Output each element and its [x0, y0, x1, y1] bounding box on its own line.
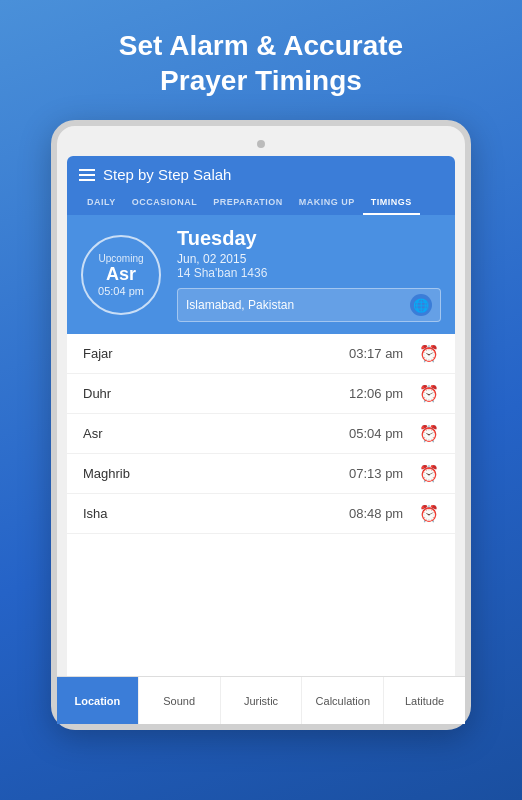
alarm-icon[interactable]: ⏰	[419, 384, 439, 403]
upcoming-prayer-time: 05:04 pm	[98, 285, 144, 297]
app-container: Step by Step Salah DAILY OCCASIONAL PREP…	[67, 156, 455, 714]
bottom-tab-location[interactable]: Location	[57, 677, 139, 724]
alarm-icon[interactable]: ⏰	[419, 504, 439, 523]
app-bar: Step by Step Salah DAILY OCCASIONAL PREP…	[67, 156, 455, 215]
info-bar: Upcoming Asr 05:04 pm Tuesday Jun, 02 20…	[67, 215, 455, 334]
prayer-time: 05:04 pm	[349, 426, 419, 441]
camera-dot	[257, 140, 265, 148]
alarm-icon[interactable]: ⏰	[419, 424, 439, 443]
bottom-tab-bar: LocationSoundJuristicCalculationLatitude	[57, 676, 465, 724]
bottom-tab-juristic[interactable]: Juristic	[221, 677, 303, 724]
prayer-row: Maghrib 07:13 pm ⏰	[67, 454, 455, 494]
alarm-icon[interactable]: ⏰	[419, 344, 439, 363]
prayer-name: Duhr	[83, 386, 349, 401]
tab-bar: DAILY OCCASIONAL PREPARATION MAKING UP T…	[79, 191, 443, 215]
prayer-time: 08:48 pm	[349, 506, 419, 521]
upcoming-label: Upcoming	[98, 253, 143, 264]
globe-icon: 🌐	[410, 294, 432, 316]
day-name: Tuesday	[177, 227, 441, 250]
headline: Set Alarm & Accurate Prayer Timings	[89, 28, 433, 98]
date-location-block: Tuesday Jun, 02 2015 14 Sha'ban 1436 Isl…	[177, 227, 441, 322]
location-text: Islamabad, Pakistan	[186, 298, 404, 312]
tablet-frame: Step by Step Salah DAILY OCCASIONAL PREP…	[51, 120, 471, 730]
upcoming-circle: Upcoming Asr 05:04 pm	[81, 235, 161, 315]
tab-making-up[interactable]: MAKING UP	[291, 191, 363, 215]
hamburger-icon[interactable]	[79, 169, 95, 181]
prayer-time: 03:17 am	[349, 346, 419, 361]
alarm-icon[interactable]: ⏰	[419, 464, 439, 483]
prayer-list: Fajar 03:17 am ⏰ Duhr 12:06 pm ⏰ Asr 05:…	[67, 334, 455, 714]
prayer-name: Maghrib	[83, 466, 349, 481]
prayer-time: 07:13 pm	[349, 466, 419, 481]
headline-line1: Set Alarm & Accurate	[119, 30, 403, 61]
tab-preparation[interactable]: PREPARATION	[205, 191, 291, 215]
bottom-tab-sound[interactable]: Sound	[139, 677, 221, 724]
tab-occasional[interactable]: OCCASIONAL	[124, 191, 206, 215]
headline-line2: Prayer Timings	[160, 65, 362, 96]
prayer-name: Asr	[83, 426, 349, 441]
prayer-row: Asr 05:04 pm ⏰	[67, 414, 455, 454]
app-title: Step by Step Salah	[103, 166, 231, 183]
prayer-name: Isha	[83, 506, 349, 521]
tab-daily[interactable]: DAILY	[79, 191, 124, 215]
prayer-time: 12:06 pm	[349, 386, 419, 401]
prayer-name: Fajar	[83, 346, 349, 361]
prayer-row: Isha 08:48 pm ⏰	[67, 494, 455, 534]
prayer-row: Fajar 03:17 am ⏰	[67, 334, 455, 374]
gregorian-date: Jun, 02 2015	[177, 252, 441, 266]
upcoming-prayer-name: Asr	[106, 264, 136, 285]
hijri-date: 14 Sha'ban 1436	[177, 266, 441, 280]
location-box[interactable]: Islamabad, Pakistan 🌐	[177, 288, 441, 322]
bottom-tab-latitude[interactable]: Latitude	[384, 677, 465, 724]
bottom-tab-calculation[interactable]: Calculation	[302, 677, 384, 724]
tab-timings[interactable]: TIMINGS	[363, 191, 420, 215]
prayer-row: Duhr 12:06 pm ⏰	[67, 374, 455, 414]
